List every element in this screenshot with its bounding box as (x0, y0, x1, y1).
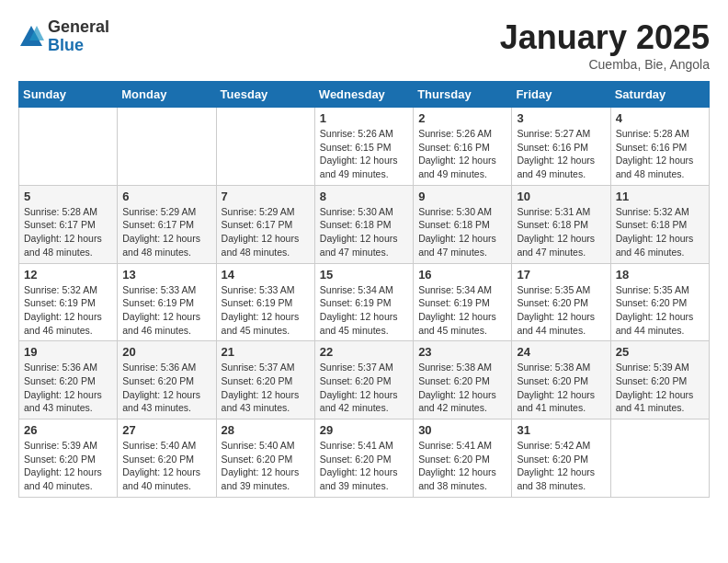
day-number: 20 (122, 345, 210, 359)
calendar-cell: 14Sunrise: 5:33 AM Sunset: 6:19 PM Dayli… (216, 263, 314, 341)
day-number: 25 (616, 345, 704, 359)
day-number: 10 (517, 190, 605, 203)
day-info: Sunrise: 5:35 AM Sunset: 6:20 PM Dayligh… (616, 283, 704, 338)
calendar-cell: 5Sunrise: 5:28 AM Sunset: 6:17 PM Daylig… (19, 185, 118, 263)
calendar-cell: 6Sunrise: 5:29 AM Sunset: 6:17 PM Daylig… (118, 185, 216, 263)
weekday-header-thursday: Thursday (414, 82, 512, 108)
calendar-week-2: 5Sunrise: 5:28 AM Sunset: 6:17 PM Daylig… (19, 185, 710, 263)
calendar-cell: 25Sunrise: 5:39 AM Sunset: 6:20 PM Dayli… (610, 341, 709, 419)
calendar-cell: 27Sunrise: 5:40 AM Sunset: 6:20 PM Dayli… (118, 419, 216, 498)
calendar-cell: 26Sunrise: 5:39 AM Sunset: 6:20 PM Dayli… (19, 419, 118, 498)
day-info: Sunrise: 5:29 AM Sunset: 6:17 PM Dayligh… (122, 205, 210, 259)
title-block: January 2025 Cuemba, Bie, Angola (500, 18, 710, 72)
day-number: 12 (24, 268, 112, 282)
day-info: Sunrise: 5:28 AM Sunset: 6:17 PM Dayligh… (24, 205, 112, 259)
calendar-cell: 20Sunrise: 5:36 AM Sunset: 6:20 PM Dayli… (118, 341, 216, 419)
calendar-cell: 17Sunrise: 5:35 AM Sunset: 6:20 PM Dayli… (512, 263, 610, 341)
day-number: 2 (418, 111, 506, 125)
day-number: 17 (517, 268, 605, 282)
day-info: Sunrise: 5:36 AM Sunset: 6:20 PM Dayligh… (122, 361, 210, 415)
calendar-cell: 1Sunrise: 5:26 AM Sunset: 6:15 PM Daylig… (314, 108, 413, 186)
day-info: Sunrise: 5:30 AM Sunset: 6:18 PM Dayligh… (418, 205, 506, 259)
location-subtitle: Cuemba, Bie, Angola (500, 57, 710, 72)
day-number: 8 (320, 190, 408, 203)
day-info: Sunrise: 5:38 AM Sunset: 6:20 PM Dayligh… (517, 361, 605, 415)
day-number: 3 (517, 111, 605, 125)
day-number: 31 (517, 423, 605, 437)
calendar-cell: 21Sunrise: 5:37 AM Sunset: 6:20 PM Dayli… (216, 341, 314, 419)
day-number: 7 (222, 190, 310, 203)
logo-icon (18, 24, 44, 50)
calendar-cell: 10Sunrise: 5:31 AM Sunset: 6:18 PM Dayli… (512, 185, 610, 263)
day-number: 21 (222, 345, 310, 359)
calendar-cell (19, 108, 118, 186)
weekday-header-friday: Friday (512, 82, 610, 108)
day-info: Sunrise: 5:39 AM Sunset: 6:20 PM Dayligh… (616, 361, 704, 415)
day-number: 11 (616, 190, 704, 203)
calendar-cell: 2Sunrise: 5:26 AM Sunset: 6:16 PM Daylig… (414, 108, 512, 186)
calendar-cell: 28Sunrise: 5:40 AM Sunset: 6:20 PM Dayli… (216, 419, 314, 498)
calendar-cell: 18Sunrise: 5:35 AM Sunset: 6:20 PM Dayli… (610, 263, 709, 341)
day-info: Sunrise: 5:27 AM Sunset: 6:16 PM Dayligh… (517, 127, 605, 181)
day-info: Sunrise: 5:33 AM Sunset: 6:19 PM Dayligh… (222, 283, 310, 338)
day-number: 30 (418, 423, 506, 437)
day-info: Sunrise: 5:42 AM Sunset: 6:20 PM Dayligh… (517, 439, 605, 493)
day-number: 18 (616, 268, 704, 282)
calendar-cell: 29Sunrise: 5:41 AM Sunset: 6:20 PM Dayli… (314, 419, 413, 498)
day-info: Sunrise: 5:29 AM Sunset: 6:17 PM Dayligh… (222, 205, 310, 259)
day-number: 14 (222, 268, 310, 282)
weekday-header-wednesday: Wednesday (314, 82, 413, 108)
day-info: Sunrise: 5:28 AM Sunset: 6:16 PM Dayligh… (616, 127, 704, 181)
day-number: 16 (418, 268, 506, 282)
calendar-week-1: 1Sunrise: 5:26 AM Sunset: 6:15 PM Daylig… (19, 108, 710, 186)
calendar-week-4: 19Sunrise: 5:36 AM Sunset: 6:20 PM Dayli… (19, 341, 710, 419)
calendar-cell: 3Sunrise: 5:27 AM Sunset: 6:16 PM Daylig… (512, 108, 610, 186)
calendar-cell: 24Sunrise: 5:38 AM Sunset: 6:20 PM Dayli… (512, 341, 610, 419)
day-number: 13 (122, 268, 210, 282)
calendar-cell: 22Sunrise: 5:37 AM Sunset: 6:20 PM Dayli… (314, 341, 413, 419)
day-number: 28 (222, 423, 310, 437)
day-info: Sunrise: 5:41 AM Sunset: 6:20 PM Dayligh… (418, 439, 506, 493)
day-info: Sunrise: 5:26 AM Sunset: 6:15 PM Dayligh… (320, 127, 408, 181)
weekday-header-sunday: Sunday (19, 82, 118, 108)
day-info: Sunrise: 5:37 AM Sunset: 6:20 PM Dayligh… (320, 361, 408, 415)
day-info: Sunrise: 5:36 AM Sunset: 6:20 PM Dayligh… (24, 361, 112, 415)
day-info: Sunrise: 5:34 AM Sunset: 6:19 PM Dayligh… (418, 283, 506, 338)
day-number: 24 (517, 345, 605, 359)
day-info: Sunrise: 5:32 AM Sunset: 6:19 PM Dayligh… (24, 283, 112, 338)
calendar-cell: 31Sunrise: 5:42 AM Sunset: 6:20 PM Dayli… (512, 419, 610, 498)
day-info: Sunrise: 5:30 AM Sunset: 6:18 PM Dayligh… (320, 205, 408, 259)
day-info: Sunrise: 5:41 AM Sunset: 6:20 PM Dayligh… (320, 439, 408, 493)
day-info: Sunrise: 5:35 AM Sunset: 6:20 PM Dayligh… (517, 283, 605, 338)
day-number: 29 (320, 423, 408, 437)
logo-blue-text: Blue (48, 36, 84, 54)
day-info: Sunrise: 5:37 AM Sunset: 6:20 PM Dayligh… (222, 361, 310, 415)
calendar-cell: 11Sunrise: 5:32 AM Sunset: 6:18 PM Dayli… (610, 185, 709, 263)
weekday-header-tuesday: Tuesday (216, 82, 314, 108)
day-number: 6 (122, 190, 210, 203)
day-info: Sunrise: 5:40 AM Sunset: 6:20 PM Dayligh… (122, 439, 210, 493)
calendar-cell (610, 419, 709, 498)
day-info: Sunrise: 5:39 AM Sunset: 6:20 PM Dayligh… (24, 439, 112, 493)
day-info: Sunrise: 5:31 AM Sunset: 6:18 PM Dayligh… (517, 205, 605, 259)
calendar-cell: 4Sunrise: 5:28 AM Sunset: 6:16 PM Daylig… (610, 108, 709, 186)
calendar-cell: 16Sunrise: 5:34 AM Sunset: 6:19 PM Dayli… (414, 263, 512, 341)
day-info: Sunrise: 5:38 AM Sunset: 6:20 PM Dayligh… (418, 361, 506, 415)
logo-general-text: General (48, 17, 109, 36)
calendar-cell: 12Sunrise: 5:32 AM Sunset: 6:19 PM Dayli… (19, 263, 118, 341)
day-number: 1 (320, 111, 408, 125)
calendar-cell (216, 108, 314, 186)
calendar-cell: 13Sunrise: 5:33 AM Sunset: 6:19 PM Dayli… (118, 263, 216, 341)
calendar-cell: 7Sunrise: 5:29 AM Sunset: 6:17 PM Daylig… (216, 185, 314, 263)
day-number: 15 (320, 268, 408, 282)
day-info: Sunrise: 5:26 AM Sunset: 6:16 PM Dayligh… (418, 127, 506, 181)
day-number: 19 (24, 345, 112, 359)
calendar-week-3: 12Sunrise: 5:32 AM Sunset: 6:19 PM Dayli… (19, 263, 710, 341)
logo: General Blue (18, 18, 109, 55)
weekday-header-row: SundayMondayTuesdayWednesdayThursdayFrid… (19, 82, 710, 108)
day-number: 23 (418, 345, 506, 359)
day-info: Sunrise: 5:33 AM Sunset: 6:19 PM Dayligh… (122, 283, 210, 338)
month-title: January 2025 (500, 18, 710, 57)
day-number: 9 (418, 190, 506, 203)
calendar-cell: 23Sunrise: 5:38 AM Sunset: 6:20 PM Dayli… (414, 341, 512, 419)
